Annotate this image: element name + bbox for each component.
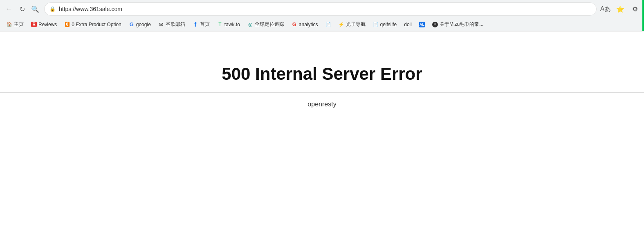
search-button[interactable]: 🔍: [29, 3, 41, 15]
doc2-icon: 📄: [373, 22, 379, 27]
green-side-bar: [642, 0, 644, 31]
bookmark-facebook-label: 首页: [200, 21, 210, 28]
bookmark-facebook[interactable]: f 首页: [189, 20, 213, 29]
bookmark-gmail-label: 谷歌邮箱: [166, 21, 185, 28]
bookmark-extra-product-option-label: 0 Extra Product Option: [72, 22, 121, 27]
bookmark-geolocation[interactable]: ◎ 全球定位追踪: [244, 20, 287, 29]
bookmark-doc2[interactable]: 📄 qelfslife: [370, 20, 400, 29]
lock-icon: 🔒: [49, 6, 56, 12]
toolbar-right: Aあ ⭐ ⚙: [600, 3, 641, 15]
mizu-icon: M: [432, 22, 438, 27]
back-button[interactable]: ←: [3, 3, 15, 15]
translate-button[interactable]: Aあ: [600, 3, 611, 15]
analytics-icon: G: [292, 22, 297, 27]
bookmark-mizu[interactable]: M 关于Mizu毛巾的常...: [429, 20, 487, 29]
bookmark-zhuyei[interactable]: 🏠 主页: [3, 20, 27, 29]
doc1-icon: 📄: [325, 22, 331, 27]
bookmark-analytics[interactable]: G analytics: [288, 20, 321, 29]
toolbar: ← ↻ 🔍 🔒 Aあ ⭐ ⚙: [0, 0, 644, 18]
gmail-icon: ✉: [158, 22, 164, 27]
guangzi-icon: ⚡: [339, 22, 344, 27]
reviews-icon: R: [31, 22, 37, 27]
google-icon: G: [129, 22, 135, 27]
error-heading: 500 Internal Server Error: [222, 64, 422, 84]
bookmark-reviews[interactable]: R Reviews: [28, 20, 60, 29]
error-divider: [0, 92, 644, 92]
facebook-icon: f: [193, 22, 198, 27]
error-body: openresty: [307, 101, 336, 108]
bookmark-doc1[interactable]: 📄: [322, 20, 334, 29]
bookmark-google-label: google: [136, 22, 151, 27]
url-input[interactable]: [59, 6, 591, 12]
bookmark-doc2-label: qelfslife: [380, 22, 397, 27]
bookmark-tawk[interactable]: T tawk.to: [214, 20, 243, 29]
al-icon: AL: [419, 22, 425, 27]
tawk-icon: T: [217, 22, 223, 27]
bookmark-al[interactable]: AL: [416, 20, 428, 29]
geolocation-icon: ◎: [247, 22, 253, 27]
bookmark-guangzi[interactable]: ⚡ 光子导航: [335, 20, 369, 29]
forward-button[interactable]: ↻: [16, 3, 28, 15]
bookmark-reviews-label: Reviews: [38, 22, 57, 27]
bookmark-google[interactable]: G google: [126, 20, 154, 29]
bookmark-gmail[interactable]: ✉ 谷歌邮箱: [155, 20, 188, 29]
bookmark-guangzi-label: 光子导航: [346, 21, 366, 28]
bookmark-geolocation-label: 全球定位追踪: [255, 21, 284, 28]
bookmark-analytics-label: analytics: [299, 22, 318, 27]
star-button[interactable]: ⭐: [615, 3, 626, 15]
nav-buttons: ← ↻ 🔍: [3, 3, 41, 15]
bookmark-zhuyei-label: 主页: [14, 21, 24, 28]
page-content: 500 Internal Server Error openresty: [0, 32, 644, 228]
bookmark-doll-label: doll: [404, 22, 412, 27]
bookmarks-bar: 🏠 主页 R Reviews 0 0 Extra Product Option …: [0, 18, 644, 31]
extra-product-option-icon: 0: [64, 22, 70, 27]
settings-button[interactable]: ⚙: [629, 3, 641, 15]
bookmark-mizu-label: 关于Mizu毛巾的常...: [440, 21, 483, 28]
bookmark-extra-product-option[interactable]: 0 0 Extra Product Option: [61, 20, 124, 29]
address-bar[interactable]: 🔒: [44, 2, 597, 16]
bookmark-doll[interactable]: doll: [401, 20, 415, 29]
zhuyei-icon: 🏠: [7, 22, 12, 27]
bookmark-tawk-label: tawk.to: [224, 22, 240, 27]
